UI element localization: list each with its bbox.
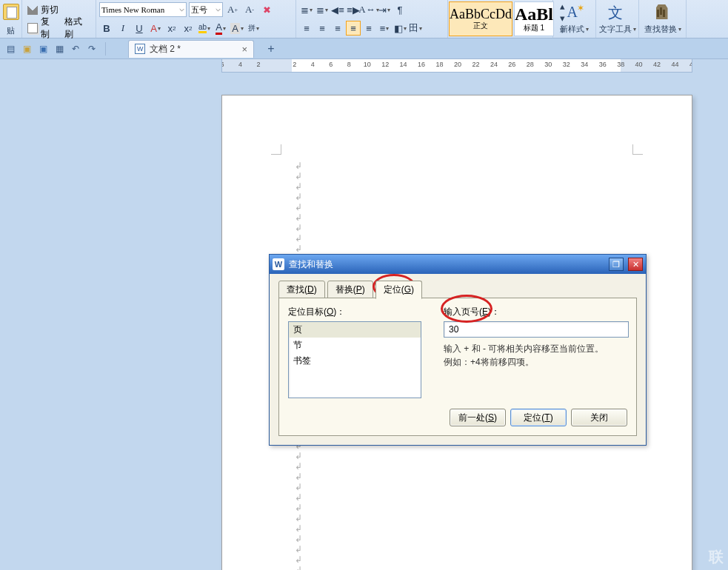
- dialog-title: 查找和替换: [289, 258, 333, 271]
- paragraph-marker: ↲: [295, 451, 302, 461]
- ruler-tick: 10: [364, 61, 371, 68]
- underline-button[interactable]: U: [132, 21, 147, 36]
- qat-redo-button[interactable]: ↷: [86, 43, 98, 55]
- align-justify-button[interactable]: ≡: [346, 21, 361, 36]
- ruler-tick: 16: [418, 61, 425, 68]
- ruler-tick: 2: [293, 61, 296, 68]
- qat-open-button[interactable]: ▣: [21, 43, 33, 55]
- tab-replace[interactable]: 替换(P): [327, 281, 373, 299]
- char-shading-button[interactable]: A▾: [230, 21, 244, 36]
- grow-font-button[interactable]: A+: [225, 2, 240, 17]
- align-right-button[interactable]: ≡: [330, 21, 345, 36]
- close-button[interactable]: 关闭: [571, 409, 627, 426]
- ruler-tick: 30: [544, 61, 552, 68]
- line-spacing-button[interactable]: ≡▾: [377, 21, 392, 36]
- chevron-down-icon: [179, 7, 184, 13]
- goto-hint: 输入 + 和 - 可将相关内容移至当前位置。 例如：+4将前移四项。: [444, 342, 629, 369]
- find-replace-dialog: W 查找和替换 ❐ ✕ 查找(D) 替换(P) 定位(G) 定位目标(O)： 页…: [269, 254, 647, 446]
- tab-stops-button[interactable]: ⇥▾: [377, 2, 392, 17]
- clear-format-button[interactable]: ✖: [259, 2, 274, 17]
- copy-icon[interactable]: [27, 23, 38, 33]
- qat-print-button[interactable]: ▦: [53, 43, 65, 55]
- paragraph-group: ≣▾ ≣▾ ◀≡ ≡▶ A↔▾ ⇥▾ ¶ ≡ ≡ ≡ ≡ ≡ ≡▾ ◧▾ 田▾: [296, 0, 448, 38]
- highlight-button[interactable]: ab▾: [197, 21, 212, 36]
- dialog-button-row: 前一处(S) 定位(T) 关闭: [288, 409, 627, 426]
- font-size-combo[interactable]: 五号: [189, 2, 223, 17]
- qat-new-button[interactable]: ▤: [4, 43, 16, 55]
- char-scale-button[interactable]: A↔▾: [361, 2, 376, 17]
- ruler-tick: 46: [689, 61, 692, 68]
- tab-replace-label: 替换(P): [335, 284, 365, 295]
- find-replace-button[interactable]: 查找替换▾: [639, 0, 687, 38]
- dialog-close-button[interactable]: ✕: [628, 258, 643, 271]
- goto-button[interactable]: 定位(T): [510, 409, 567, 426]
- horizontal-ruler[interactable]: 6422468101214161820222426283032343638404…: [221, 59, 692, 73]
- goto-target-item[interactable]: 书签: [289, 353, 421, 369]
- style-preview-text: AaBl: [515, 5, 553, 23]
- qat-undo-button[interactable]: ↶: [70, 43, 81, 55]
- goto-page-input[interactable]: [444, 321, 629, 338]
- align-center-button[interactable]: ≡: [315, 21, 330, 36]
- styles-group: AaBbCcDd 正文 AaBl 标题 1 ▴ ▾ ▿: [448, 0, 553, 38]
- font-color-button[interactable]: A▾: [213, 21, 228, 36]
- goto-hint-line1: 输入 + 和 - 可将相关内容移至当前位置。: [444, 343, 604, 354]
- dialog-titlebar[interactable]: W 查找和替换 ❐ ✕: [270, 255, 646, 274]
- tab-close-button[interactable]: ×: [241, 44, 247, 55]
- align-left-button[interactable]: ≡: [299, 21, 314, 36]
- strike-button[interactable]: A▾: [148, 21, 163, 36]
- ruler-tick: 6: [221, 61, 224, 68]
- divider: [105, 42, 106, 56]
- paragraph-marker: ↲: [295, 202, 302, 212]
- goto-target-item[interactable]: 节: [289, 338, 421, 353]
- text-tools-icon: [608, 3, 627, 22]
- copy-label[interactable]: 复制: [41, 16, 59, 41]
- qat-save-button[interactable]: ▣: [37, 43, 49, 55]
- shrink-font-button[interactable]: A-: [242, 2, 257, 17]
- new-style-button[interactable]: 新样式▾: [553, 0, 596, 38]
- brush-label[interactable]: 格式刷: [64, 16, 91, 41]
- new-style-icon: [565, 3, 584, 22]
- numbering-button[interactable]: ≣▾: [315, 2, 330, 17]
- goto-target-item[interactable]: 页: [289, 322, 421, 338]
- goto-target-label: 定位目标(O)：: [288, 306, 421, 318]
- paste-label[interactable]: 贴: [7, 25, 15, 36]
- copy-brush-row: 复制 格式刷: [25, 20, 93, 36]
- dialog-restore-button[interactable]: ❐: [609, 258, 624, 271]
- tab-find[interactable]: 查找(D): [278, 281, 325, 299]
- borders-button[interactable]: 田▾: [408, 21, 423, 36]
- ruler-tick: 32: [563, 61, 570, 68]
- prev-button[interactable]: 前一处(S): [450, 409, 506, 426]
- bold-button[interactable]: B: [99, 21, 114, 36]
- goto-hint-line2: 例如：+4将前移四项。: [444, 357, 534, 367]
- ruler-tick: 36: [599, 61, 607, 68]
- bullets-button[interactable]: ≣▾: [299, 2, 314, 17]
- style-heading1[interactable]: AaBl 标题 1: [514, 1, 554, 36]
- ruler-tick: 6: [329, 61, 333, 68]
- font-name-combo[interactable]: Times New Roman: [99, 2, 187, 17]
- margin-corner-tl: [271, 144, 281, 155]
- decrease-indent-button[interactable]: ◀≡: [330, 2, 345, 17]
- new-style-label: 新样式: [560, 24, 584, 35]
- show-marks-button[interactable]: ¶: [393, 2, 407, 17]
- cut-label: 剪切: [41, 4, 59, 16]
- phonetic-button[interactable]: 拼▾: [246, 21, 261, 36]
- text-tools-button[interactable]: 文字工具▾: [596, 0, 639, 38]
- ruler-tick: 44: [672, 61, 679, 68]
- watermark: 联: [709, 547, 725, 567]
- style-normal[interactable]: AaBbCcDd 正文: [449, 1, 512, 36]
- paragraph-marker: ↲: [295, 192, 302, 202]
- superscript-button[interactable]: x2: [164, 21, 179, 36]
- italic-button[interactable]: I: [116, 21, 130, 36]
- paragraph-marker: ↲: [295, 544, 302, 554]
- tab-add-button[interactable]: +: [263, 41, 279, 57]
- tab-goto[interactable]: 定位(G): [375, 281, 422, 299]
- paragraph-marker: ↲: [295, 461, 302, 472]
- goto-target-listbox[interactable]: 页节书签: [288, 321, 421, 398]
- paste-icon[interactable]: [3, 4, 19, 20]
- paragraph-marker: ↲: [295, 482, 302, 492]
- document-tab[interactable]: 文档 2 * ×: [128, 40, 254, 58]
- subscript-button[interactable]: x2: [181, 21, 196, 36]
- align-distribute-button[interactable]: ≡: [361, 21, 376, 36]
- shading-button[interactable]: ◧▾: [393, 21, 407, 36]
- paragraph-marker: ↲: [295, 233, 302, 244]
